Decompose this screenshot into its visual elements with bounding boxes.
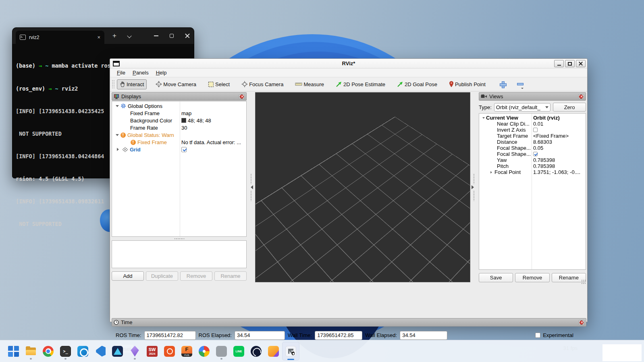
view-row-pitch[interactable]: Pitch 0.785398 (479, 163, 586, 169)
taskbar-vscode[interactable] (91, 342, 109, 360)
collapse-left-icon[interactable] (249, 185, 253, 189)
taskbar-terminal[interactable]: >_ (57, 342, 74, 360)
row-value[interactable]: 30 (181, 125, 187, 131)
menu-help[interactable]: Help (152, 69, 170, 77)
focal-shape-checkbox[interactable] (533, 152, 538, 156)
expander-down-icon[interactable] (482, 117, 485, 120)
grid-enabled-checkbox[interactable] (181, 147, 187, 152)
terminal-close-icon[interactable] (185, 33, 190, 38)
tree-row-frame-rate[interactable]: Frame Rate 30 (112, 124, 246, 131)
publish-point-tool[interactable]: Publish Point (447, 79, 488, 89)
view-row-distance[interactable]: Distance 8.68303 (479, 139, 586, 145)
pose-estimate-tool[interactable]: 2D Pose Estimate (333, 79, 388, 89)
new-tab-icon[interactable]: + (112, 32, 116, 40)
taskbar-photos[interactable] (195, 342, 213, 360)
save-view-button[interactable]: Save (479, 273, 513, 282)
measure-tool[interactable]: Measure (293, 80, 326, 89)
duplicate-display-button[interactable]: Duplicate (146, 271, 178, 281)
remove-view-button[interactable]: Remove (515, 273, 549, 282)
right-panel-splitter[interactable] (469, 92, 478, 282)
tree-row-background-color[interactable]: Background Color 48; 48; 48 (112, 117, 246, 124)
time-panel-header[interactable]: Time (112, 318, 586, 327)
taskbar-orange-app[interactable] (265, 342, 282, 360)
row-value[interactable]: No tf data. Actual error: ... (181, 139, 241, 145)
menu-panels[interactable]: Panels (129, 69, 152, 77)
taskbar-affinity[interactable] (109, 342, 126, 360)
tree-row-fixed-frame[interactable]: Fixed Frame map (112, 110, 246, 117)
displays-panel-header[interactable]: Displays (112, 92, 247, 101)
terminal-maximize-icon[interactable] (170, 34, 174, 38)
taskbar-outlook[interactable] (74, 342, 91, 360)
expander-right-icon[interactable] (117, 148, 120, 151)
taskbar-rviz[interactable] (282, 342, 299, 360)
goal-pose-tool[interactable]: 2D Goal Pose (395, 79, 440, 89)
displays-tree[interactable]: Global Options Fixed Frame map Backgroun… (112, 101, 247, 237)
ros-elapsed-input[interactable] (235, 331, 285, 340)
expander-down-icon[interactable] (116, 105, 119, 109)
taskbar-ubuntu[interactable] (161, 342, 178, 360)
zero-button[interactable]: Zero (553, 103, 586, 112)
terminal-minimize-icon[interactable] (154, 35, 158, 36)
taskbar-fusion360[interactable]: FFUS (178, 342, 195, 360)
views-panel-header[interactable]: Views (479, 92, 586, 101)
tree-row-global-options[interactable]: Global Options (112, 102, 246, 110)
wall-elapsed-input[interactable] (400, 331, 447, 340)
taskbar-line[interactable]: LINE (230, 342, 247, 360)
maximize-button[interactable] (565, 60, 575, 67)
move-camera-tool[interactable]: Move Camera (153, 79, 199, 89)
window-resize-grip[interactable] (581, 279, 586, 284)
minimize-button[interactable] (554, 60, 564, 67)
collapse-right-icon[interactable] (472, 185, 476, 189)
expander-right-icon[interactable] (490, 171, 493, 174)
toolbar-grip[interactable] (112, 80, 114, 89)
view-row-current[interactable]: Current View Orbit (rviz) (479, 115, 586, 121)
taskbar-chrome[interactable] (39, 342, 57, 360)
add-display-button[interactable]: Add (112, 271, 144, 281)
row-value[interactable]: map (181, 110, 191, 116)
row-value[interactable]: 48; 48; 48 (181, 118, 211, 124)
view-row-focal-point[interactable]: Focal Point 1.3751; -1.063; -0.... (479, 169, 586, 175)
view-row-target-frame[interactable]: Target Frame <Fixed Frame> (479, 133, 586, 139)
render-viewport[interactable] (255, 92, 470, 282)
invert-z-checkbox[interactable] (533, 128, 538, 132)
taskbar-file-explorer[interactable] (22, 342, 39, 360)
taskbar-swirl-app[interactable] (247, 342, 265, 360)
view-row-near-clip[interactable]: Near Clip Di... 0.01 (479, 121, 586, 127)
view-row-invert-z[interactable]: Invert Z Axis (479, 127, 586, 133)
view-row-focal-shape-fixed[interactable]: Focal Shape... (479, 151, 586, 157)
taskbar-solidworks[interactable]: SW2024 (143, 342, 161, 360)
view-row-yaw[interactable]: Yaw 0.785398 (479, 157, 586, 163)
view-type-dropdown[interactable]: Orbit (rviz_default_ (494, 103, 551, 112)
ros-time-input[interactable] (144, 331, 196, 340)
tree-row-grid[interactable]: Grid (112, 146, 246, 153)
row-value[interactable] (181, 147, 187, 152)
time-close-button[interactable] (579, 320, 584, 325)
rename-display-button[interactable]: Rename (214, 271, 247, 281)
panel-splitter[interactable] (112, 237, 247, 240)
views-tree[interactable]: Current View Orbit (rviz) Near Clip Di..… (479, 113, 586, 270)
tree-row-status-fixed-frame[interactable]: ! Fixed Frame No tf data. Actual error: … (112, 139, 246, 146)
tree-row-global-status[interactable]: ! Global Status: Warn (112, 131, 246, 139)
start-button[interactable] (5, 342, 22, 360)
displays-close-button[interactable] (239, 94, 245, 99)
taskbar-gem-app[interactable] (126, 342, 143, 360)
experimental-checkbox[interactable] (535, 333, 540, 338)
interact-tool[interactable]: Interact (117, 79, 147, 89)
tab-dropdown-icon[interactable] (127, 33, 131, 38)
remove-tool-icon[interactable] (517, 83, 524, 85)
select-tool[interactable]: Select (206, 80, 232, 89)
tab-close-icon[interactable]: × (97, 34, 100, 40)
wall-time-input[interactable] (315, 331, 362, 340)
expander-down-icon[interactable] (116, 134, 119, 138)
remove-display-button[interactable]: Remove (180, 271, 212, 281)
left-panel-splitter[interactable] (247, 92, 255, 282)
view-row-focal-shape-size[interactable]: Focal Shape... 0.05 (479, 145, 586, 151)
rviz-titlebar[interactable]: RViz* (110, 59, 587, 68)
terminal-titlebar[interactable]: rviz2 × + (12, 28, 194, 44)
focus-camera-tool[interactable]: Focus Camera (239, 79, 286, 89)
menu-file[interactable]: File (113, 69, 129, 77)
close-button[interactable] (576, 60, 586, 67)
views-close-button[interactable] (578, 94, 584, 99)
terminal-tab[interactable]: rviz2 × (16, 31, 104, 44)
taskbar-gray-app[interactable] (213, 342, 230, 360)
